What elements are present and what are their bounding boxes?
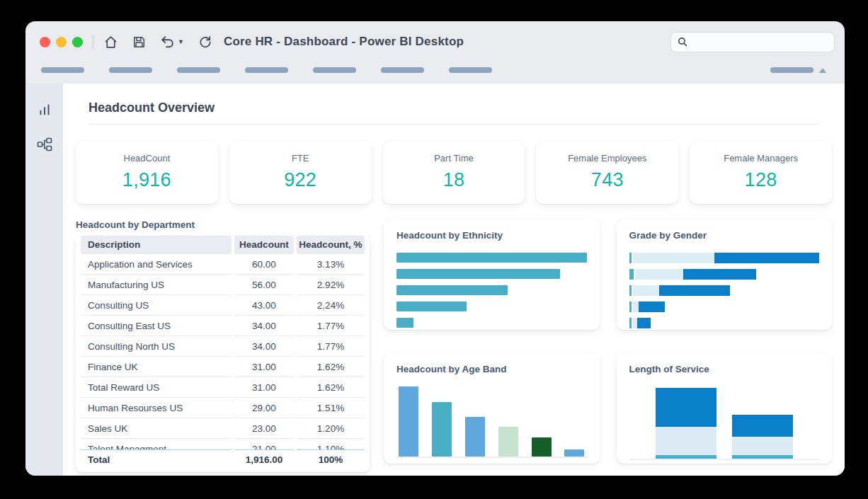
ribbon-item-placeholder[interactable] [449, 67, 492, 73]
kpi-card[interactable]: Female Employees743 [536, 142, 678, 204]
maximize-window-button[interactable] [72, 37, 83, 47]
cell-percent: 1.10% [297, 439, 365, 449]
bar-segment[interactable] [629, 253, 632, 263]
bar-segment[interactable] [659, 285, 729, 296]
bar[interactable] [465, 417, 485, 456]
bar-segment[interactable] [629, 269, 634, 280]
table-body[interactable]: Application and Services60.003.13%Manufa… [81, 254, 365, 449]
save-icon[interactable] [132, 35, 146, 49]
kpi-card[interactable]: Part Time18 [383, 142, 525, 204]
table-row[interactable]: Consulting US43.002.24% [81, 295, 365, 316]
stacked-bar[interactable] [629, 269, 820, 280]
ribbon-items [41, 67, 492, 73]
titlebar-divider [93, 35, 93, 49]
stacked-bar[interactable] [629, 285, 820, 296]
chart-grade-by-gender[interactable]: Grade by Gender [617, 219, 833, 330]
bar[interactable] [498, 427, 518, 457]
table-row[interactable]: Human Resourses US29.001.51% [81, 398, 365, 418]
ribbon-item-placeholder[interactable] [109, 67, 152, 73]
bar[interactable] [399, 386, 418, 457]
bar[interactable] [396, 285, 508, 295]
kpi-card[interactable]: HeadCount1,916 [76, 142, 218, 204]
bar-segment[interactable] [683, 269, 756, 280]
undo-icon[interactable]: ▼ [160, 35, 184, 49]
bar-segment[interactable] [633, 253, 714, 263]
bar[interactable] [396, 253, 587, 263]
model-view-icon[interactable] [36, 136, 53, 153]
chart-headcount-by-age-band[interactable]: Headcount by Age Band [384, 353, 600, 464]
cell-description: Consulting US [81, 295, 232, 316]
bar[interactable] [432, 402, 452, 456]
ribbon [25, 62, 845, 84]
cell-headcount: 34.00 [234, 316, 294, 336]
cell-headcount: 31.00 [234, 377, 294, 398]
column-segment[interactable] [732, 455, 793, 459]
kpi-card[interactable]: Female Managers128 [690, 142, 832, 204]
column-segment[interactable] [656, 388, 716, 427]
cell-percent: 3.13% [297, 254, 365, 275]
table-row[interactable]: Application and Services60.003.13% [81, 254, 365, 275]
home-icon[interactable] [103, 35, 118, 50]
table-title: Headcount by Department [76, 219, 370, 230]
report-view-icon[interactable] [37, 102, 52, 117]
bar[interactable] [396, 318, 413, 328]
collapse-ribbon-icon[interactable] [819, 68, 826, 73]
column-segment[interactable] [656, 455, 716, 459]
stacked-column[interactable] [656, 388, 716, 459]
kpi-value: 18 [389, 169, 520, 191]
minimize-window-button[interactable] [56, 37, 67, 47]
bar-segment[interactable] [633, 302, 639, 312]
kpi-card[interactable]: FTE922 [229, 142, 372, 204]
bar-segment[interactable] [714, 253, 819, 263]
kpi-label: Female Employees [542, 153, 673, 164]
ribbon-item-placeholder[interactable] [381, 67, 424, 73]
ribbon-item-placeholder[interactable] [245, 67, 288, 73]
chart-length-of-service[interactable]: Length of Service [617, 353, 833, 464]
table-row[interactable]: Manufacturing US56.002.92% [81, 275, 365, 295]
bar-segment[interactable] [629, 318, 632, 328]
bar-segment[interactable] [633, 285, 660, 296]
close-window-button[interactable] [40, 37, 50, 47]
chart-title: Headcount by Ethnicity [396, 230, 587, 241]
bar[interactable] [396, 302, 467, 311]
stacked-bar[interactable] [629, 253, 820, 263]
ribbon-item-placeholder[interactable] [41, 67, 84, 73]
bar-segment[interactable] [629, 302, 632, 312]
cell-percent: 2.92% [297, 275, 365, 295]
ribbon-item-placeholder[interactable] [313, 67, 356, 73]
bar[interactable] [564, 449, 584, 457]
column-segment[interactable] [732, 437, 793, 455]
ribbon-item-placeholder[interactable] [770, 67, 813, 73]
table-row[interactable]: Sales UK23.001.20% [81, 418, 365, 439]
total-percent: 100% [297, 449, 365, 469]
stacked-bar[interactable] [629, 318, 820, 328]
column-header[interactable]: Headcount, % [297, 236, 365, 254]
stacked-bar[interactable] [629, 302, 820, 312]
table-row[interactable]: Total Reward US31.001.62% [81, 377, 365, 398]
bar-segment[interactable] [629, 285, 632, 296]
column-segment[interactable] [732, 415, 793, 437]
bar[interactable] [396, 269, 560, 279]
undo-dropdown-caret[interactable]: ▼ [178, 38, 184, 45]
column-header[interactable]: Headcount [234, 236, 294, 254]
bar[interactable] [532, 437, 552, 457]
bar-segment[interactable] [635, 269, 683, 280]
column-header[interactable]: Description [81, 236, 232, 254]
table-total-row: Total 1,916.00 100% [81, 449, 365, 469]
ribbon-item-placeholder[interactable] [177, 67, 220, 73]
table-row[interactable]: Finance UK31.001.62% [81, 357, 365, 377]
search-box[interactable] [670, 32, 835, 52]
headcount-table[interactable]: Description Headcount Headcount, % Appli… [76, 236, 370, 472]
column-segment[interactable] [656, 427, 716, 455]
refresh-icon[interactable] [198, 35, 212, 49]
bar-segment[interactable] [639, 302, 665, 312]
bar-segment[interactable] [637, 318, 651, 328]
chart-title: Length of Service [629, 364, 820, 374]
stacked-column[interactable] [732, 415, 793, 459]
table-row[interactable]: Consulting North US34.001.77% [81, 336, 365, 357]
table-row[interactable]: Talent Managment21.001.10% [81, 439, 365, 449]
search-input[interactable] [692, 37, 828, 47]
table-row[interactable]: Consulting East US34.001.77% [81, 316, 365, 336]
chart-headcount-by-ethnicity[interactable]: Headcount by Ethnicity [384, 219, 600, 330]
cell-headcount: 29.00 [234, 398, 294, 418]
